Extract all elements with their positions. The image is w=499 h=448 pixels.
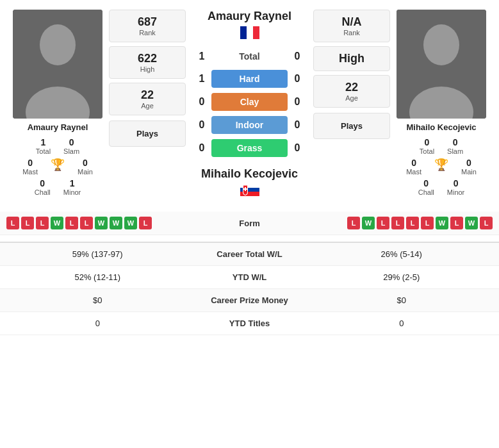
form-badge: W bbox=[95, 217, 108, 229]
stat-row: 0YTD Titles0 bbox=[0, 312, 499, 335]
stat-row: $0Career Prize Money$0 bbox=[0, 289, 499, 312]
form-badge: W bbox=[362, 217, 375, 229]
stat-p1-value: 59% (137-97) bbox=[10, 249, 186, 259]
grass-badge: Grass bbox=[211, 139, 288, 157]
player2-age-box: 22 Age bbox=[313, 75, 390, 108]
form-badge: L bbox=[406, 217, 419, 229]
player1-middle-stats: 687 Rank 622 High 22 Age Plays bbox=[109, 10, 186, 205]
player1-plays: Plays bbox=[109, 120, 186, 147]
svg-point-12 bbox=[423, 24, 459, 65]
player2-rank-box: N/A Rank bbox=[313, 10, 390, 42]
form-badge: L bbox=[21, 217, 34, 229]
player2-high-value: High bbox=[320, 52, 383, 65]
svg-point-1 bbox=[40, 24, 76, 65]
player1-slam: 0 Slam bbox=[63, 137, 79, 155]
trophy-icon-left: 🏆 bbox=[51, 158, 65, 172]
center-comparison: Amaury Raynel 1 Total 0 bbox=[186, 10, 313, 205]
player2-plays: Plays bbox=[313, 113, 390, 139]
stat-label: YTD Titles bbox=[186, 319, 314, 328]
player2-rank-value: N/A bbox=[320, 15, 383, 29]
player1-rank-label: Rank bbox=[116, 29, 179, 37]
player2-age-value: 22 bbox=[320, 81, 383, 94]
total-score-p2: 0 bbox=[288, 51, 307, 62]
hard-score-p1: 1 bbox=[192, 73, 211, 85]
stat-row: 52% (12-11)YTD W/L29% (2-5) bbox=[0, 266, 499, 289]
player1-high-value: 622 bbox=[116, 52, 179, 65]
form-badge: W bbox=[124, 217, 137, 229]
form-badge: L bbox=[450, 217, 463, 229]
form-badge: W bbox=[110, 217, 122, 229]
clay-badge: Clay bbox=[211, 93, 288, 111]
form-badge: L bbox=[421, 217, 434, 229]
form-badge: L bbox=[480, 217, 493, 229]
stat-p2-value: 0 bbox=[314, 319, 490, 328]
form-row: LLLWLLWWWL Form LWLLLLWLWL bbox=[0, 212, 499, 235]
hard-score-p2: 0 bbox=[288, 73, 307, 85]
players-section: Amaury Raynel 1 Total 0 Slam 0 Mast bbox=[0, 0, 499, 212]
player1-photo bbox=[13, 10, 102, 119]
player2-main: 0 Main bbox=[461, 158, 477, 176]
players-middle-wrapper: 687 Rank 622 High 22 Age Plays Amaury Ra… bbox=[109, 10, 390, 205]
player1-form-badges: LLLWLLWWWL bbox=[6, 217, 152, 229]
player2-name: Mihailo Kecojevic bbox=[406, 122, 476, 132]
player2-middle-stats: N/A Rank High 22 Age Plays bbox=[313, 10, 390, 205]
player2-minor: 0 Minor bbox=[447, 178, 465, 196]
form-badge: L bbox=[391, 217, 404, 229]
total-label: Total bbox=[211, 51, 288, 62]
stat-p2-value: 26% (5-14) bbox=[314, 249, 490, 259]
trophy-icon-right: 🏆 bbox=[434, 158, 448, 172]
form-badge: W bbox=[436, 217, 448, 229]
form-badge: L bbox=[80, 217, 93, 229]
clay-row: 0 Clay 0 bbox=[192, 93, 307, 111]
player2-total: 0 Total bbox=[420, 137, 434, 155]
player2-stats-row2: 0 Mast 🏆 0 Main bbox=[390, 158, 493, 176]
player2-form-badges: LWLLLLWLWL bbox=[347, 217, 493, 229]
player1-stats: 1 Total 0 Slam 0 Mast 🏆 bbox=[6, 137, 109, 196]
player1-age-value: 22 bbox=[116, 88, 179, 102]
player1-age-label: Age bbox=[116, 102, 179, 110]
stat-label: YTD W/L bbox=[186, 272, 314, 282]
player2-mast: 0 Mast bbox=[406, 158, 421, 176]
total-score-p1: 1 bbox=[192, 51, 211, 62]
player2-photo bbox=[397, 10, 486, 119]
player2-age-label: Age bbox=[320, 94, 383, 102]
svg-rect-5 bbox=[253, 26, 259, 39]
form-badge: L bbox=[36, 217, 49, 229]
player1-mast: 0 Mast bbox=[22, 158, 38, 176]
hard-badge: Hard bbox=[211, 70, 288, 88]
player1-rank-value: 687 bbox=[116, 15, 179, 29]
stat-row: 59% (137-97)Career Total W/L26% (5-14) bbox=[0, 243, 499, 266]
main-container: Amaury Raynel 1 Total 0 Slam 0 Mast bbox=[0, 0, 499, 335]
player2-high-box: High bbox=[313, 46, 390, 71]
svg-rect-4 bbox=[247, 26, 253, 39]
indoor-badge: Indoor bbox=[211, 116, 288, 134]
form-label: Form bbox=[239, 219, 260, 228]
player1-name-center: Amaury Raynel bbox=[208, 10, 291, 24]
surface-rows: 1 Total 0 1 Hard 0 0 Clay 0 bbox=[192, 51, 307, 162]
stat-p2-value: 29% (2-5) bbox=[314, 272, 490, 282]
indoor-score-p2: 0 bbox=[288, 119, 307, 131]
player-left: Amaury Raynel 1 Total 0 Slam 0 Mast bbox=[6, 10, 109, 205]
clay-score-p2: 0 bbox=[288, 96, 307, 108]
player1-minor: 1 Minor bbox=[63, 178, 81, 196]
player2-name-center: Mihailo Kecojevic bbox=[201, 167, 298, 181]
player2-stats-row1: 0 Total 0 Slam bbox=[390, 137, 493, 155]
stats-table: 59% (137-97)Career Total W/L26% (5-14)52… bbox=[0, 242, 499, 335]
player2-header: Mihailo Kecojevic bbox=[201, 167, 298, 206]
player1-stats-row1: 1 Total 0 Slam bbox=[6, 137, 109, 155]
indoor-score-p1: 0 bbox=[192, 119, 211, 131]
player1-age-box: 22 Age bbox=[109, 83, 186, 115]
player1-stats-row2: 0 Mast 🏆 0 Main bbox=[6, 158, 109, 176]
player2-stats-row3: 0 Chall 0 Minor bbox=[390, 178, 493, 196]
player2-rank-label: Rank bbox=[320, 29, 383, 37]
player1-rank-box: 687 Rank bbox=[109, 10, 186, 42]
form-badge: W bbox=[465, 217, 478, 229]
player1-chall: 0 Chall bbox=[35, 178, 51, 196]
form-badge: L bbox=[6, 217, 19, 229]
clay-score-p1: 0 bbox=[192, 96, 211, 108]
player1-flag bbox=[240, 26, 259, 43]
svg-rect-10 bbox=[245, 187, 246, 191]
player2-stats: 0 Total 0 Slam 0 Mast 🏆 bbox=[390, 137, 493, 196]
player1-stats-row3: 0 Chall 1 Minor bbox=[6, 178, 109, 196]
stat-label: Career Prize Money bbox=[186, 295, 314, 305]
